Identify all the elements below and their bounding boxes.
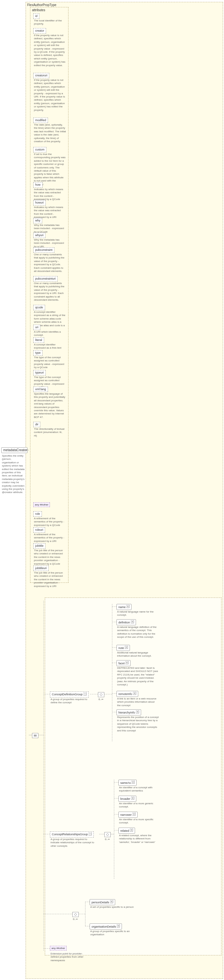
- any-kw: any: [51, 947, 56, 950]
- attr-desc-pubconstraint: One or many constraints that apply to pu…: [33, 253, 67, 274]
- expand-icon[interactable]: [136, 710, 139, 714]
- node-desc-organisationDetails: A group of properties specific to an org…: [90, 929, 136, 937]
- expand-icon[interactable]: [89, 832, 92, 837]
- attr-desc-modified: The date (and, optionally, the time) whe…: [33, 123, 67, 144]
- any-element: any ##other: [50, 946, 67, 951]
- attr-jobtitleuri[interactable]: jobtitleuri: [33, 566, 49, 571]
- crg-desc: A group of properties required to indica…: [50, 837, 96, 848]
- attr-modified[interactable]: modified: [33, 118, 48, 123]
- node-desc-definition: A natural language definition of the sem…: [117, 625, 159, 640]
- svg-rect-0: [34, 735, 35, 737]
- node-broader[interactable]: broader: [118, 795, 136, 802]
- expand-icon[interactable]: [133, 813, 136, 816]
- attr-desc-roleuri: A refinement of the semantics of the pro…: [33, 532, 67, 544]
- conn: [90, 694, 98, 695]
- crg-card: 0..∞: [105, 838, 110, 841]
- svg-rect-1: [35, 735, 35, 737]
- attr-desc-dir: The directionality of textual content (e…: [33, 427, 67, 438]
- choice-icon: [99, 693, 103, 696]
- diagram-canvas: { "header": {"title": "FlexAuthorPropTyp…: [0, 0, 224, 980]
- attr-roleuri[interactable]: roleuri: [33, 527, 45, 533]
- attr-why[interactable]: why: [33, 218, 42, 223]
- attr-desc-jobtitleuri: The job title of the person who created …: [33, 571, 67, 589]
- node-desc-sameAs: An identifier of a concept with equivale…: [118, 785, 161, 793]
- expand-icon[interactable]: [125, 661, 129, 664]
- conn-v: [112, 604, 112, 741]
- attr-role[interactable]: role: [33, 511, 42, 517]
- node-name[interactable]: name: [117, 604, 131, 610]
- attr-literal[interactable]: literal: [33, 337, 44, 343]
- choice-box: [104, 832, 111, 837]
- node-hierarchyInfo[interactable]: hierarchyInfo: [117, 710, 141, 716]
- attr-pubconstrainturi[interactable]: pubconstrainturi: [33, 276, 58, 282]
- attr-id[interactable]: id: [33, 13, 39, 19]
- expand-icon[interactable]: [133, 692, 136, 695]
- conn: [38, 735, 43, 735]
- attr-pubconstraint[interactable]: pubconstraint: [33, 247, 54, 253]
- expand-icon[interactable]: [130, 829, 133, 832]
- attr-whyuri[interactable]: whyuri: [33, 232, 45, 238]
- concept-relationships-group[interactable]: ConceptRelationshipsGroup: [50, 831, 94, 837]
- node-desc-hierarchyInfo: Represents the position of a concept in …: [117, 715, 159, 733]
- choice-box-2: [72, 912, 79, 917]
- node-note[interactable]: note: [117, 645, 130, 651]
- expand-icon[interactable]: [131, 781, 135, 784]
- node-organisationDetails[interactable]: organisationDetails: [90, 923, 122, 929]
- attr-desc-how: Indicates by which means the value was e…: [33, 187, 67, 202]
- conn: [114, 830, 118, 831]
- node-narrower[interactable]: narrower: [118, 811, 138, 818]
- metadata-creator-desc: Specifies the entity (person, organisati…: [1, 454, 26, 495]
- attr-desc-xml:lang: Specifies the language of this property …: [33, 392, 67, 420]
- node-desc-broader: An identifier of a more generic concept.: [118, 801, 161, 809]
- attr-dir[interactable]: dir: [33, 422, 40, 427]
- sequence-icon: [34, 734, 37, 737]
- node-related[interactable]: related: [118, 827, 135, 834]
- expand-icon[interactable]: [83, 692, 87, 697]
- conn: [85, 926, 90, 927]
- attr-desc-pubconstrainturi: One or many constraints that apply to pu…: [33, 281, 67, 302]
- attr-custom[interactable]: custom: [33, 147, 46, 153]
- expand-icon[interactable]: [110, 900, 113, 903]
- conn-v: [85, 902, 85, 926]
- group-label: ConceptDefinitionGroup: [52, 693, 83, 696]
- choice-icon: [106, 833, 109, 836]
- conn-v: [43, 601, 44, 951]
- attr-typeuri[interactable]: typeuri: [33, 370, 46, 375]
- attr-desc-jobtitle: The job title of the person who created …: [33, 548, 67, 566]
- expand-icon[interactable]: [131, 797, 134, 800]
- attr-qcode[interactable]: qcode: [33, 305, 45, 310]
- expand-icon[interactable]: [126, 605, 130, 608]
- attr-howuri[interactable]: howuri: [33, 200, 46, 205]
- conn: [112, 622, 117, 622]
- attr-desc-role: A refinement of the semantics of the pro…: [33, 516, 67, 528]
- node-definition[interactable]: definition: [117, 619, 136, 625]
- cdg-card: 0..∞: [99, 698, 103, 701]
- attr-desc-creatoruri: If the property value is not defined, sp…: [33, 78, 67, 113]
- attr-xml:lang[interactable]: xml:lang: [33, 387, 48, 392]
- metadata-creator-node[interactable]: metadataCreator: [1, 447, 27, 453]
- attr-creator[interactable]: creator: [33, 28, 46, 33]
- node-personDetails[interactable]: personDetails: [90, 899, 115, 905]
- attr-uri[interactable]: uri: [33, 325, 40, 330]
- attr-jobtitle[interactable]: jobtitle: [33, 543, 45, 549]
- attr-creatoruri[interactable]: creatoruri: [33, 73, 49, 78]
- node-sameAs[interactable]: sameAs: [118, 780, 137, 786]
- conn-v: [114, 780, 114, 879]
- conn: [79, 914, 85, 915]
- concept-definition-group[interactable]: ConceptDefinitionGroup: [50, 692, 89, 698]
- node-facet[interactable]: facet: [117, 660, 131, 666]
- expand-icon[interactable]: [131, 620, 134, 624]
- node-desc-note: Additional natural language information …: [117, 651, 159, 659]
- attr-type[interactable]: type: [33, 350, 43, 356]
- conn: [112, 712, 117, 713]
- any-val: ##other: [40, 503, 48, 506]
- node-remoteInfo[interactable]: remoteInfo: [117, 691, 138, 697]
- any-attr: any ##other: [33, 502, 50, 507]
- node-desc-personDetails: A set of properties specific to a person: [90, 905, 136, 909]
- expand-icon[interactable]: [125, 646, 128, 649]
- conn: [114, 814, 118, 815]
- node-desc-remoteInfo: A link to an item or a web resource whic…: [117, 697, 159, 708]
- attr-how[interactable]: how: [33, 182, 43, 188]
- expand-icon[interactable]: [117, 924, 120, 928]
- conn: [112, 694, 117, 694]
